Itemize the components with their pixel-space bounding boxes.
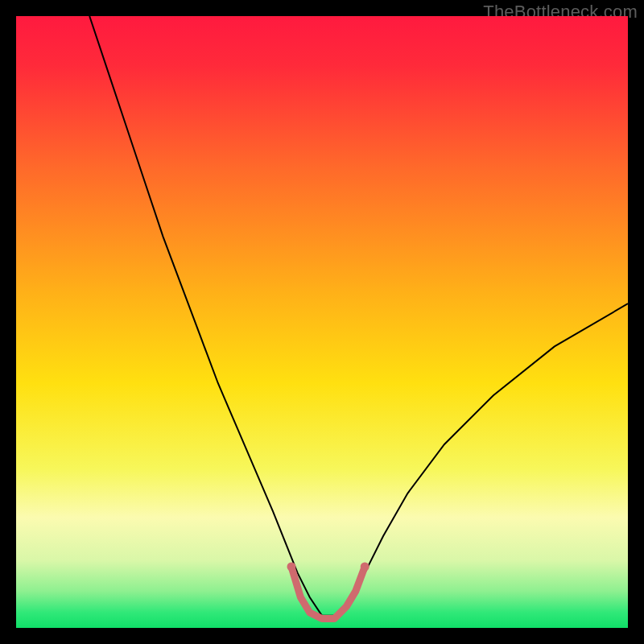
left-endpoint-dot <box>287 563 296 572</box>
chart-svg <box>16 16 628 628</box>
chart-plot-area <box>16 16 628 628</box>
right-endpoint-dot <box>361 563 369 572</box>
gradient-background <box>16 16 628 628</box>
chart-frame: TheBottleneck.com <box>0 0 644 644</box>
